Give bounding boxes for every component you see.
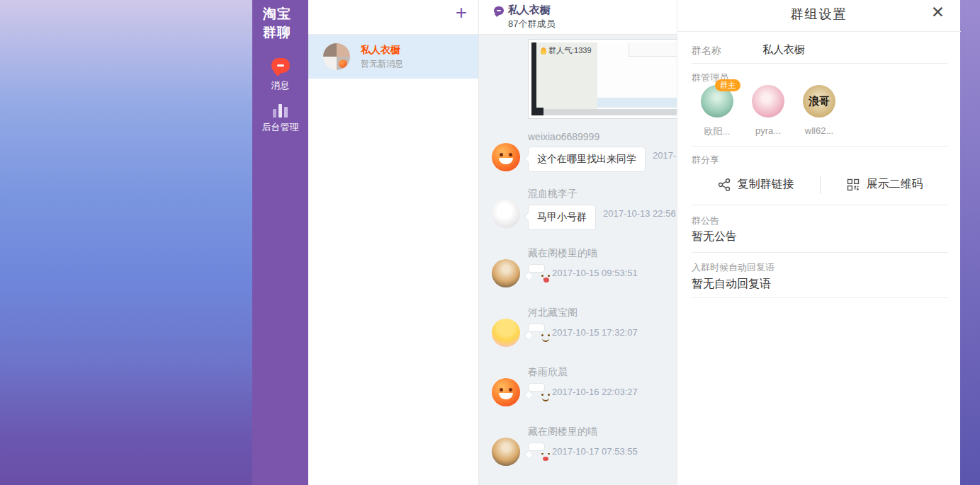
avatar-orange-mascot[interactable] — [492, 378, 520, 406]
chat-member-count: 87个群成员 — [508, 18, 555, 30]
message-bubble-icon — [271, 58, 290, 73]
avatar-baby-duck-hat[interactable] — [492, 319, 520, 347]
admin-owner[interactable]: 群主 欧阳... — [696, 85, 738, 138]
add-group-button[interactable]: + — [453, 1, 470, 24]
group-last-message: 暂无新消息 — [361, 58, 403, 70]
admin-name: pyra... — [747, 125, 789, 136]
message-time: 2017-10-16 22:03:27 — [552, 387, 638, 397]
avatar-calligraphy-text: 浪哥 — [809, 95, 830, 108]
avatar-white-dog[interactable] — [492, 200, 520, 228]
shared-screenshot: 群人气:1339 — [531, 42, 677, 115]
share-label: 群分享 — [692, 154, 719, 166]
group-settings-panel: 群组设置 ✕ 群名称 私人衣橱 群管理员 群主 欧阳... pyra... 浪哥… — [677, 0, 960, 485]
admin-member[interactable]: 浪哥 wll62... — [798, 85, 840, 136]
app-title: 淘宝 群聊 — [252, 0, 308, 41]
group-bubble-icon — [494, 6, 504, 15]
flame-icon — [541, 47, 546, 55]
group-name-value: 私人衣橱 — [762, 43, 805, 57]
show-qr-button[interactable]: 展示二维码 — [840, 174, 929, 195]
vertical-divider — [820, 176, 821, 194]
group-avatar — [323, 43, 350, 70]
wallpaper-right-strip — [960, 0, 980, 485]
message-bubble — [528, 324, 545, 332]
admin-name: 欧阳... — [696, 125, 738, 138]
admin-member[interactable]: pyra... — [747, 85, 789, 136]
message-bubble — [528, 443, 545, 451]
admin-avatar — [752, 85, 784, 118]
admin-avatar: 浪哥 — [803, 85, 835, 118]
message-time: 2017-10-15 17:32:07 — [552, 327, 638, 338]
avatar-tabby-cat[interactable] — [492, 259, 520, 287]
auto-reply-value: 暂无自动回复语 — [692, 277, 771, 292]
announcement-value: 暂无公告 — [692, 229, 737, 244]
message-time: 2017-10-13 22:56:5 — [603, 208, 683, 219]
message-time: 2017-10-17 07:53:55 — [552, 446, 638, 457]
sidebar-item-label: 后台管理 — [252, 121, 308, 134]
chat-title: 私人衣橱 — [508, 4, 551, 17]
admin-avatar: 群主 — [701, 85, 733, 118]
announcement-label: 群公告 — [692, 215, 719, 227]
admin-name: wll62... — [798, 125, 840, 136]
avatar-tabby-cat[interactable] — [492, 438, 520, 466]
group-name: 私人衣橱 — [361, 44, 400, 57]
qr-code-icon — [846, 178, 860, 192]
message-bubble — [528, 383, 545, 392]
avatar-orange-mascot[interactable] — [492, 143, 520, 171]
settings-title: 群组设置 — [677, 6, 960, 23]
copy-group-link-button[interactable]: 复制群链接 — [711, 174, 800, 195]
chat-list-panel: + 私人衣橱 暂无新消息 — [308, 0, 479, 485]
close-icon[interactable]: ✕ — [927, 1, 949, 23]
sidebar-item-messages[interactable]: 消息 — [252, 58, 308, 92]
group-name-label: 群名称 — [692, 45, 721, 57]
share-row: 复制群链接 展示二维码 — [692, 174, 948, 195]
message-bubble — [528, 264, 545, 273]
screenshot-caption: 群人气:1339 — [541, 45, 592, 56]
message-bubble: 马甲小号群 — [528, 205, 596, 230]
auto-reply-label: 入群时候自动回复语 — [692, 261, 775, 274]
message-time: 2017-10-15 09:53:51 — [552, 268, 638, 278]
sidebar-item-label: 消息 — [252, 79, 308, 92]
sidebar-item-admin[interactable]: 后台管理 — [252, 103, 308, 134]
bar-chart-icon — [273, 103, 288, 118]
chat-list-item-selected[interactable]: 私人衣橱 暂无新消息 — [308, 35, 478, 79]
message-bubble: 这个在哪里找出来同学 — [528, 147, 646, 172]
share-icon — [717, 178, 731, 192]
chat-list-header: + — [308, 0, 478, 35]
owner-badge: 群主 — [715, 79, 740, 91]
image-message[interactable]: 群人气:1339 — [528, 39, 680, 119]
collage-avatar-dot — [339, 59, 347, 68]
app-sidebar: 淘宝 群聊 消息 后台管理 — [252, 0, 308, 485]
desktop-wallpaper: 淘宝 群聊 消息 后台管理 + 私人衣橱 暂无新消息 私人衣橱 — [0, 0, 980, 485]
